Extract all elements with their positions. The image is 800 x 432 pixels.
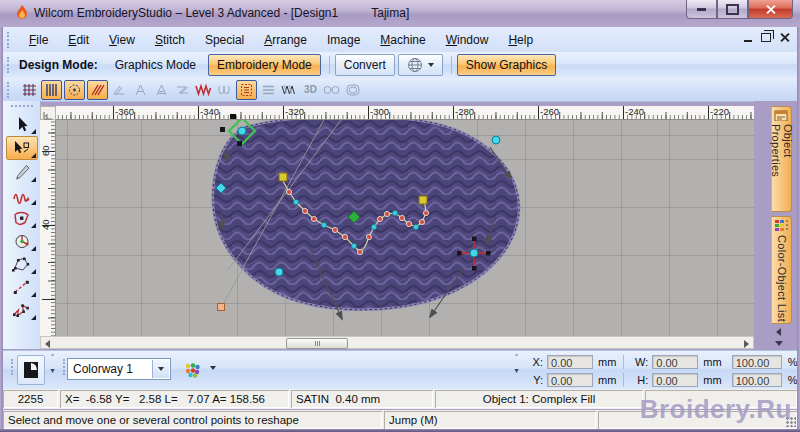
scroll-left-icon[interactable] <box>45 340 50 348</box>
select-arrow-icon <box>13 116 31 133</box>
hoop-icon <box>343 81 362 99</box>
toolbar-grip[interactable] <box>7 32 14 48</box>
stitch-type-info: SATIN 0.40 mm <box>291 390 433 408</box>
w-field[interactable]: 0.00 <box>652 355 698 369</box>
gradient-fill-b-icon <box>152 81 171 99</box>
menu-window[interactable]: Window <box>436 28 499 52</box>
ruler-label: 60 <box>40 142 54 156</box>
ruler-label: -260 <box>540 106 559 117</box>
ruler-label: -320 <box>285 106 304 117</box>
colorway-value: Colorway 1 <box>73 362 133 376</box>
mdi-close-button[interactable] <box>780 33 789 42</box>
mdi-restore-button[interactable] <box>761 33 771 42</box>
ruler-origin-button[interactable] <box>40 106 56 120</box>
toolbar-overflow[interactable]: “▾ <box>511 353 522 385</box>
status-bar-upper: 2255 X= -6.58 Y= 2.58 L= 7.07 A= 158.56 … <box>3 389 797 409</box>
dock-prev-icon[interactable] <box>776 328 781 336</box>
reshape-tool[interactable] <box>6 136 38 160</box>
travel-mode: Jump (M) <box>384 411 596 429</box>
hoop-globe-button[interactable] <box>398 54 443 76</box>
palette-dropdown-icon[interactable] <box>210 366 216 370</box>
mdi-window-controls <box>744 32 789 42</box>
menu-view[interactable]: View <box>99 28 145 52</box>
toolbar-grip[interactable] <box>7 57 14 73</box>
show-graphics-button[interactable]: Show Graphics <box>457 54 556 76</box>
maximize-button[interactable] <box>717 0 748 19</box>
menu-machine[interactable]: Machine <box>370 28 435 52</box>
horizontal-scroll-thumb[interactable] <box>286 338 348 349</box>
color-object-list-icon <box>774 219 789 232</box>
menu-image[interactable]: Image <box>317 28 370 52</box>
horizontal-scrollbar[interactable] <box>40 336 754 349</box>
h-unit: mm <box>703 374 721 386</box>
ruler-label: -300 <box>370 106 389 117</box>
status-hint: Select and move one or several control p… <box>3 411 382 429</box>
pattern-stamp-icon[interactable] <box>236 80 257 100</box>
trueview-icon <box>322 81 341 99</box>
zigzag-stitch-icon[interactable] <box>194 81 213 99</box>
h-field[interactable]: 0.00 <box>652 373 698 387</box>
mdi-minimize-button[interactable] <box>744 40 752 42</box>
title-bar: Wilcom EmbroideryStudio – Level 3 Advanc… <box>0 0 800 28</box>
menu-special[interactable]: Special <box>195 28 254 52</box>
scale-y-field[interactable]: 100.00 <box>732 373 782 387</box>
polygon-nodes-icon <box>12 256 31 273</box>
tab-color-object-list[interactable]: Color-Object List <box>771 216 792 324</box>
circle-arc-tool[interactable] <box>7 230 37 252</box>
scale-x-unit: % <box>788 356 798 368</box>
toolbar-overflow[interactable]: “▾ <box>47 353 58 385</box>
dropdown-arrow-icon <box>428 63 434 67</box>
tatami-fill-icon[interactable] <box>41 80 62 100</box>
complex-fill-tool[interactable] <box>7 253 37 275</box>
ruler-position-marker <box>230 114 236 119</box>
y-field[interactable]: 0.00 <box>547 373 593 387</box>
stitch-count: 2255 <box>3 390 58 408</box>
minimize-icon <box>697 8 706 11</box>
tab-object-properties[interactable]: Object Properties <box>771 106 792 212</box>
block-digitize-tool[interactable] <box>7 207 37 229</box>
stitch-list-icon <box>259 81 278 99</box>
convert-button[interactable]: Convert <box>335 54 395 76</box>
fancy-fill-icon[interactable] <box>87 80 108 100</box>
menu-help[interactable]: Help <box>498 28 543 52</box>
embroidery-mode-button[interactable]: Embroidery Mode <box>208 54 321 76</box>
close-button[interactable] <box>748 0 793 19</box>
toolbar-grip[interactable] <box>7 82 14 98</box>
slow-redraw-button[interactable] <box>17 355 45 385</box>
graphics-mode-button[interactable]: Graphics Mode <box>106 54 205 76</box>
app-flame-icon <box>15 5 29 25</box>
knife-tool[interactable] <box>7 161 37 183</box>
colorway-dropdown-button[interactable] <box>152 360 169 378</box>
select-tool[interactable] <box>7 113 37 135</box>
minimize-button[interactable] <box>686 0 717 19</box>
object-properties-icon <box>774 109 789 121</box>
gradient-fill-a-icon <box>131 81 150 99</box>
resize-grip[interactable] <box>786 417 796 427</box>
design-canvas[interactable] <box>56 120 754 336</box>
menu-file[interactable]: File <box>19 28 58 52</box>
triple-run-tool[interactable] <box>7 299 37 321</box>
toolbar-grip[interactable] <box>11 105 33 111</box>
ruler-label: -280 <box>455 106 474 117</box>
scale-x-field[interactable]: 100.00 <box>732 355 782 369</box>
scroll-right-icon[interactable] <box>744 340 749 348</box>
menu-edit[interactable]: Edit <box>58 28 99 52</box>
weave-fill-icon[interactable] <box>20 81 39 99</box>
run-stitch-tool[interactable] <box>7 276 37 298</box>
horizontal-ruler: -360 -340 -320 -300 -280 -260 -240 -220 <box>56 106 754 120</box>
x-label: X: <box>527 356 543 368</box>
colorway-editor-button[interactable] <box>179 358 205 382</box>
run-stitch-icon <box>12 279 31 296</box>
tool-palette <box>3 101 41 349</box>
vertical-ruler: 60 40 <box>40 120 56 336</box>
menu-stitch[interactable]: Stitch <box>145 28 195 52</box>
embroidery-object[interactable] <box>213 120 519 310</box>
freehand-embroidery-tool[interactable] <box>7 184 37 206</box>
x-field[interactable]: 0.00 <box>547 355 593 369</box>
program-split-icon[interactable] <box>64 80 85 100</box>
menu-arrange[interactable]: Arrange <box>254 28 317 52</box>
colorway-select[interactable]: Colorway 1 <box>67 358 171 380</box>
toolbar-separator <box>329 56 330 74</box>
x-unit: mm <box>598 356 616 368</box>
dock-menu-icon[interactable] <box>775 341 783 346</box>
